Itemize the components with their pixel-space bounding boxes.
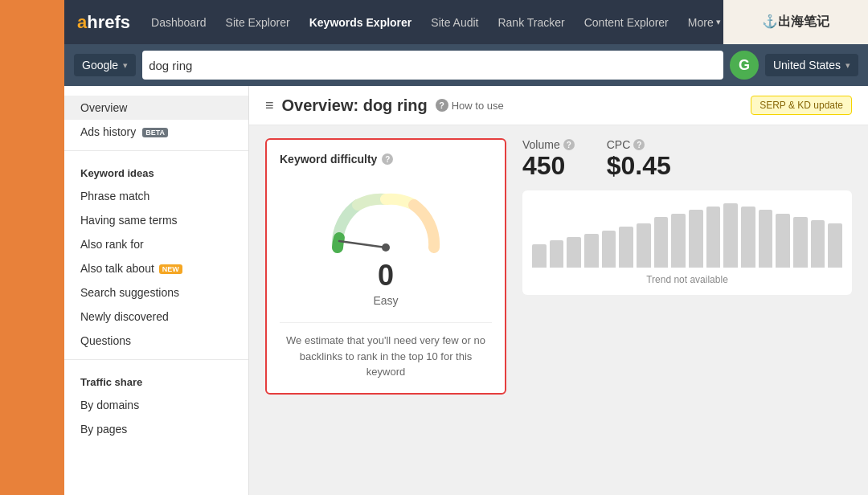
nav-site-audit[interactable]: Site Audit (423, 11, 486, 34)
kd-label: Easy (373, 294, 398, 307)
cpc-metric: CPC ? $0.45 (607, 138, 671, 181)
engine-select[interactable]: Google (74, 54, 136, 76)
kd-card: Keyword difficulty ? (265, 138, 506, 395)
sidebar-item-questions[interactable]: Questions (64, 329, 248, 353)
trend-bar (671, 214, 686, 268)
kd-description: We estimate that you'll need very few or… (280, 322, 492, 380)
gauge-svg (321, 183, 450, 256)
trend-bar (532, 244, 547, 268)
nav-more[interactable]: More (680, 11, 729, 34)
logo-a: a (77, 12, 87, 32)
volume-value: 450 (522, 151, 575, 181)
trend-bar (741, 207, 755, 268)
browser-chrome: ahrefs Dashboard Site Explorer Keywords … (64, 0, 868, 495)
sidebar-item-also-talk-about[interactable]: Also talk about NEW (64, 256, 248, 280)
nav-rank-tracker[interactable]: Rank Tracker (489, 11, 572, 34)
nav-content-explorer[interactable]: Content Explorer (576, 11, 677, 34)
trend-chart: Trend not available (522, 190, 852, 295)
metrics-row: Keyword difficulty ? (249, 125, 868, 407)
volume-cpc-area: Volume ? 450 CPC ? $0.45 (522, 138, 852, 395)
trend-bar (602, 231, 616, 268)
search-input[interactable] (149, 59, 717, 72)
sidebar-item-phrase-match[interactable]: Phrase match (64, 184, 248, 208)
cpc-label: CPC ? (607, 138, 671, 151)
volume-label: Volume ? (522, 138, 575, 151)
sidebar-divider-1 (64, 150, 248, 151)
svg-line-0 (339, 241, 386, 248)
trend-label: Trend not available (532, 274, 842, 285)
new-badge: NEW (159, 264, 182, 274)
trend-bar (706, 207, 721, 268)
country-select[interactable]: United States (765, 54, 858, 76)
trend-bar (723, 203, 738, 268)
sidebar-item-by-pages[interactable]: By pages (64, 417, 248, 441)
nav-keywords-explorer[interactable]: Keywords Explorer (301, 11, 420, 34)
nav-dashboard[interactable]: Dashboard (143, 11, 215, 34)
trend-bar (793, 217, 808, 268)
search-input-wrapper (142, 51, 723, 80)
trend-bar (619, 227, 633, 268)
sidebar: Overview Ads history BETA Keyword ideas … (64, 86, 249, 495)
main-content: Overview Ads history BETA Keyword ideas … (64, 86, 868, 495)
keyword-ideas-title: Keyword ideas (64, 158, 248, 184)
nav-site-explorer[interactable]: Site Explorer (218, 11, 298, 34)
svg-point-1 (382, 243, 390, 252)
sidebar-item-also-rank-for[interactable]: Also rank for (64, 232, 248, 256)
traffic-share-title: Traffic share (64, 366, 248, 393)
logo-hrefs: hrefs (87, 12, 130, 32)
content-area: ≡ Overview: dog ring ? How to use SERP &… (249, 86, 868, 495)
trend-bar (550, 240, 564, 268)
trend-bar (689, 210, 703, 268)
metric-group: Volume ? 450 CPC ? $0.45 (522, 138, 852, 181)
left-strip (0, 0, 64, 495)
search-submit-button[interactable]: G (730, 51, 759, 80)
page-title: Overview: dog ring (282, 96, 428, 115)
sidebar-divider-2 (64, 359, 248, 360)
volume-metric: Volume ? 450 (522, 138, 575, 181)
sidebar-item-by-domains[interactable]: By domains (64, 393, 248, 417)
sidebar-item-ads-history[interactable]: Ads history BETA (64, 120, 248, 144)
search-bar: Google G United States (64, 44, 868, 86)
sidebar-item-overview[interactable]: Overview (64, 96, 248, 120)
how-to-use-button[interactable]: ? How to use (436, 99, 504, 112)
trend-bar (811, 220, 825, 268)
volume-tooltip-icon[interactable]: ? (563, 139, 575, 150)
trend-bar (637, 223, 651, 268)
serp-kd-badge: SERP & KD update (751, 96, 852, 115)
content-header: ≡ Overview: dog ring ? How to use SERP &… (249, 86, 868, 125)
hamburger-icon[interactable]: ≡ (265, 97, 274, 114)
kd-value: 0 (378, 259, 394, 292)
trend-bar (654, 217, 669, 268)
trend-bar (759, 210, 773, 268)
trend-bars (532, 200, 842, 268)
kd-gauge: 0 Easy (280, 175, 492, 311)
trend-bar (828, 223, 842, 268)
cpc-tooltip-icon[interactable]: ? (633, 139, 645, 150)
question-icon: ? (436, 99, 448, 112)
sidebar-item-newly-discovered[interactable]: Newly discovered (64, 305, 248, 329)
ahrefs-logo[interactable]: ahrefs (77, 12, 130, 33)
sidebar-item-search-suggestions[interactable]: Search suggestions (64, 280, 248, 305)
kd-tooltip-icon[interactable]: ? (382, 153, 393, 165)
trend-bar (584, 234, 599, 268)
trend-bar (567, 237, 581, 268)
cpc-value: $0.45 (607, 151, 671, 181)
trend-bar (776, 214, 790, 268)
sidebar-item-having-same-terms[interactable]: Having same terms (64, 208, 248, 232)
beta-badge: BETA (142, 128, 168, 137)
watermark-area: ⚓出海笔记 (723, 0, 868, 44)
watermark-text: ⚓出海笔记 (762, 14, 829, 31)
kd-title: Keyword difficulty ? (280, 153, 492, 166)
